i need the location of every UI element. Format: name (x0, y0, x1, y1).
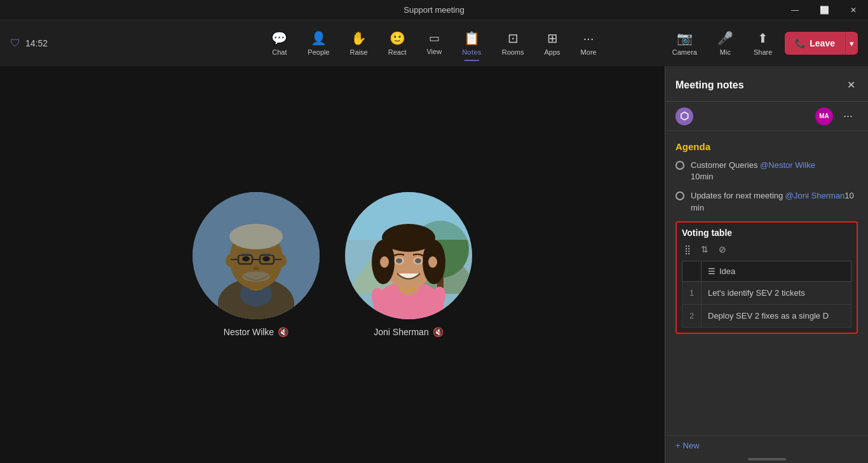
filter-icon[interactable]: ⊘ (716, 243, 729, 256)
scrollbar-indicator (748, 458, 786, 460)
agenda-text-1: Customer Queries @Nestor Wilke 10min (691, 160, 815, 183)
voting-table-toolbar: ⣿ ⇅ ⊘ (682, 243, 851, 256)
notes-icon: 📋 (464, 31, 480, 46)
people-label: People (308, 48, 329, 56)
mention-joni: @Joni Sherman (785, 191, 844, 200)
notes-toolbar-right: MA ··· (815, 107, 858, 125)
table-row: 2 Deploy SEV 2 fixes as a single D (682, 304, 851, 327)
view-icon: ▭ (429, 31, 440, 45)
main-content: Nestor Wilke 🔇 (0, 66, 868, 463)
svg-point-16 (242, 272, 270, 282)
toolbar-rooms[interactable]: ⊡ Rooms (493, 27, 533, 60)
table-header-idea: ☰ Idea (702, 261, 851, 281)
agenda-text-2: Updates for next meeting @Joni Sherman10… (691, 190, 858, 213)
table-header-empty (682, 261, 702, 281)
svg-point-34 (413, 257, 423, 265)
share-button[interactable]: ⬆ Share (746, 27, 780, 60)
minimize-button[interactable]: — (780, 0, 810, 20)
agenda-item-2: Updates for next meeting @Joni Sherman10… (675, 190, 858, 213)
toolbar-people[interactable]: 👤 People (299, 27, 338, 60)
raise-label: Raise (350, 48, 368, 56)
chat-icon: 💬 (271, 31, 287, 46)
ma-initials: MA (819, 113, 829, 120)
notes-label: Notes (462, 48, 482, 56)
joni-name: Joni Sherman 🔇 (374, 327, 443, 337)
svg-point-30 (428, 256, 437, 268)
agenda-bullet-1 (675, 161, 684, 170)
new-label: New (683, 441, 700, 450)
notes-panel-header: Meeting notes ✕ (665, 66, 868, 102)
leave-phone-icon: 📞 (795, 38, 806, 48)
rooms-label: Rooms (502, 48, 524, 56)
view-label: View (426, 48, 442, 55)
nestor-name: Nestor Wilke 🔇 (224, 327, 288, 337)
avatar-joni (345, 192, 472, 319)
notes-more-button[interactable]: ··· (838, 107, 858, 125)
svg-point-6 (226, 254, 236, 267)
chevron-down-icon: ▾ (850, 39, 854, 48)
voting-table-title: Voting table (682, 228, 851, 238)
video-area: Nestor Wilke 🔇 (0, 66, 665, 463)
agenda-bullet-2 (675, 191, 684, 200)
notes-content: Agenda Customer Queries @Nestor Wilke 10… (665, 131, 868, 435)
apps-label: Apps (545, 48, 560, 56)
toolbar-notes[interactable]: 📋 Notes (453, 27, 491, 60)
voting-table: ☰ Idea 1 Let's identify SEV 2 tickets (682, 261, 851, 328)
svg-point-8 (242, 256, 250, 261)
row-num-2: 2 (682, 304, 702, 327)
participant-nestor: Nestor Wilke 🔇 (193, 192, 320, 337)
close-button[interactable]: ✕ (839, 0, 868, 20)
notes-toolbar-left: ⬡ (675, 107, 693, 125)
title-bar: Support meeting — ⬜ ✕ (0, 0, 868, 20)
mic-button[interactable]: 🎤 Mic (710, 27, 741, 60)
notes-panel: Meeting notes ✕ ⬡ MA ··· Agenda (665, 66, 868, 463)
toolbar-chat[interactable]: 💬 Chat (262, 27, 296, 60)
maximize-button[interactable]: ⬜ (810, 0, 839, 20)
apps-icon: ⊞ (547, 31, 558, 46)
svg-point-33 (394, 257, 404, 265)
toolbar-raise[interactable]: ✋ Raise (341, 27, 377, 60)
toolbar-view[interactable]: ▭ View (417, 27, 451, 59)
svg-point-29 (380, 256, 389, 268)
table-row: 1 Let's identify SEV 2 tickets (682, 281, 851, 304)
leave-dropdown-button[interactable]: ▾ (845, 32, 858, 55)
toolbar-apps[interactable]: ⊞ Apps (536, 27, 569, 60)
people-icon: 👤 (311, 31, 327, 46)
mic-icon: 🎤 (717, 31, 733, 46)
clock-display: 14:52 (25, 38, 48, 48)
agenda-item-1: Customer Queries @Nestor Wilke 10min (675, 160, 858, 183)
notes-panel-title: Meeting notes (675, 79, 744, 91)
leave-button[interactable]: 📞 Leave (785, 32, 845, 55)
more-label: More (581, 48, 597, 56)
meeting-time: 🛡 14:52 (10, 38, 48, 49)
notes-footer: + New (665, 435, 868, 455)
loop-avatar: ⬡ (675, 107, 693, 125)
sort-icon[interactable]: ⇅ (698, 243, 711, 256)
react-label: React (388, 48, 407, 56)
raise-icon: ✋ (351, 31, 367, 46)
new-button[interactable]: + New (675, 441, 700, 450)
react-icon: 🙂 (390, 31, 405, 46)
toolbar-more[interactable]: ··· More (572, 27, 606, 60)
row-idea-1: Let's identify SEV 2 tickets (702, 281, 851, 304)
nestor-mute-icon: 🔇 (278, 327, 288, 337)
share-label: Share (754, 48, 772, 56)
share-icon: ⬆ (757, 31, 768, 46)
row-idea-2: Deploy SEV 2 fixes as a single D (702, 304, 851, 327)
meeting-toolbar: 🛡 14:52 💬 Chat 👤 People ✋ Raise 🙂 React … (0, 20, 868, 66)
window-controls: — ⬜ ✕ (780, 0, 868, 20)
svg-point-15 (253, 266, 259, 270)
avatar-nestor (193, 192, 320, 319)
notes-close-button[interactable]: ✕ (844, 76, 858, 93)
toolbar-react[interactable]: 🙂 React (379, 27, 416, 60)
camera-button[interactable]: 📷 Camera (665, 27, 705, 60)
svg-point-9 (262, 256, 270, 261)
ma-avatar: MA (815, 107, 833, 125)
mic-label: Mic (720, 48, 731, 56)
leave-label: Leave (810, 38, 835, 48)
svg-point-5 (229, 224, 283, 249)
drag-handle-icon[interactable]: ⣿ (682, 243, 693, 256)
joni-mute-icon: 🔇 (433, 327, 444, 337)
more-icon: ··· (583, 31, 594, 46)
voting-table-section: Voting table ⣿ ⇅ ⊘ ☰ Idea (675, 221, 858, 334)
